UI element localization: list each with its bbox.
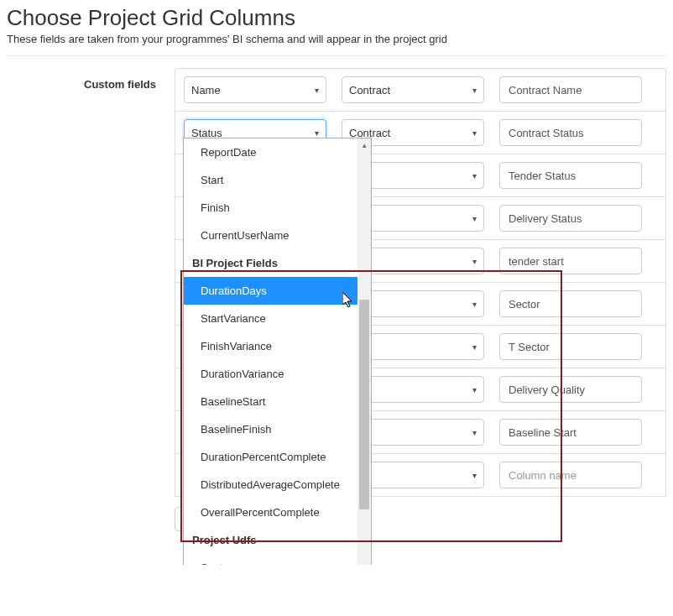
column-name-input[interactable]: Contract Name [499,76,642,103]
custom-fields-label: Custom fields [84,78,156,91]
chevron-down-icon: ▾ [472,86,477,95]
chevron-down-icon: ▾ [315,86,319,95]
chevron-down-icon: ▾ [472,214,477,223]
field-select-value: Name [191,84,221,97]
chevron-down-icon: ▾ [472,128,477,138]
dropdown-option[interactable]: FinishVariance [184,332,371,360]
page-title: Choose Project Grid Columns [7,5,666,31]
dropdown-option[interactable]: DurationVariance [184,360,371,388]
column-name-input[interactable]: T Sector [499,333,642,360]
column-name-input[interactable]: Column name [499,462,642,488]
column-name-input[interactable]: Sector [499,290,642,317]
dropdown-option[interactable]: StartVariance [184,305,371,332]
dropdown-option[interactable]: ReportDate [184,138,371,166]
chevron-down-icon: ▾ [472,428,477,437]
field-select[interactable]: Name▾ [184,76,326,103]
column-name-input[interactable]: Delivery Quality [499,376,642,403]
chevron-down-icon: ▾ [472,257,477,266]
dropdown-group-header: Project Udfs [184,526,371,554]
dropdown-option[interactable]: OverallPercentComplete [184,499,371,526]
scope-select-value: Contract [349,84,390,97]
divider [7,55,666,56]
dropdown-option[interactable]: Finish [184,194,371,222]
chevron-down-icon: ▾ [315,128,319,138]
dropdown-group-header: BI Project Fields [184,249,371,277]
dropdown-option[interactable]: BaselineFinish [184,415,371,443]
dropdown-option[interactable]: DurationPercentComplete [184,443,371,471]
column-name-input[interactable]: Tender Status [499,162,642,189]
column-name-input[interactable]: Delivery Status [499,205,642,232]
chevron-down-icon: ▾ [472,385,477,394]
table-row: Name▾Contract▾Contract Name [175,69,665,112]
field-dropdown-panel[interactable]: ReportDateStartFinishCurrentUserNameBI P… [183,138,372,565]
page-subtitle: These fields are taken from your program… [7,33,666,45]
chevron-down-icon: ▾ [472,471,477,480]
dropdown-option[interactable]: Sector [184,554,371,565]
column-name-input[interactable]: Contract Status [499,119,642,146]
chevron-down-icon: ▾ [472,300,477,309]
scope-select[interactable]: Contract▾ [342,76,484,103]
scroll-thumb[interactable] [359,300,369,509]
column-name-input[interactable]: tender start [499,248,642,274]
column-name-input[interactable]: Baseline Start [499,419,642,446]
dropdown-option[interactable]: DistributedAverageComplete [184,471,371,499]
dropdown-option[interactable]: CurrentUserName [184,222,371,249]
dropdown-option[interactable]: DurationDays [184,277,371,305]
dropdown-option[interactable]: BaselineStart [184,388,371,415]
dropdown-scrollbar[interactable]: ▴ ▾ [357,138,371,565]
chevron-down-icon: ▾ [472,342,477,352]
scroll-up-icon[interactable]: ▴ [357,138,371,152]
dropdown-option[interactable]: Start [184,166,371,194]
chevron-down-icon: ▾ [472,171,477,180]
